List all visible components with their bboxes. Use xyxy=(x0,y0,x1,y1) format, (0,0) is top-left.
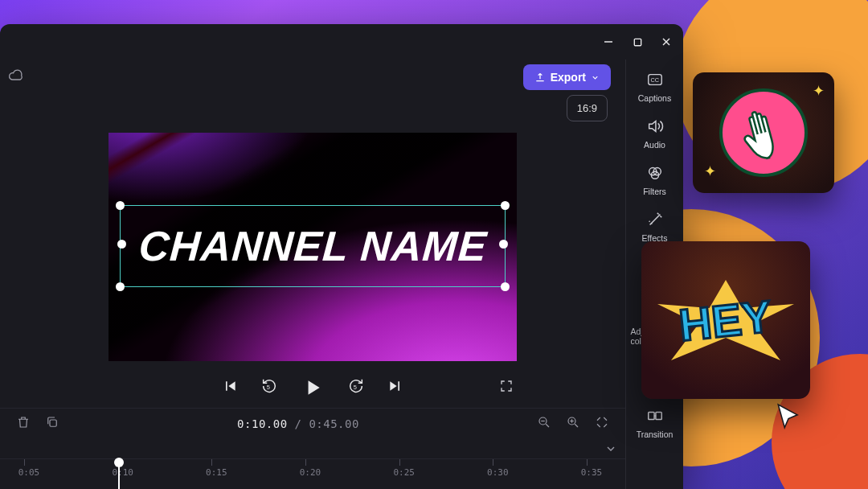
side-panel-filters[interactable]: Filters xyxy=(631,159,679,201)
cc-icon: CC xyxy=(646,71,664,90)
titlebar xyxy=(0,24,683,60)
export-button-label: Export xyxy=(551,71,586,84)
editor-topbar: Export xyxy=(0,60,625,95)
svg-text:CC: CC xyxy=(650,76,659,84)
preview-canvas[interactable]: CHANNEL NAME xyxy=(108,133,517,361)
svg-rect-1 xyxy=(634,39,641,45)
svg-line-13 xyxy=(575,425,578,428)
timecode: 0:10.00 / 0:45.00 xyxy=(237,417,359,430)
side-panel-label: Captions xyxy=(638,93,671,103)
rewind-5-icon[interactable]: 5 xyxy=(260,377,278,398)
title-text[interactable]: CHANNEL NAME xyxy=(137,222,488,270)
transition-icon xyxy=(646,407,664,426)
zoom-in-icon[interactable] xyxy=(566,415,580,433)
zoom-out-icon[interactable] xyxy=(537,415,551,433)
forward-5-icon[interactable]: 5 xyxy=(347,377,365,398)
svg-line-9 xyxy=(546,425,549,428)
resize-handle-l[interactable] xyxy=(117,240,126,249)
skip-start-icon[interactable] xyxy=(222,378,238,397)
sparkle-icon: ✦ xyxy=(813,82,825,100)
collapse-timeline-icon[interactable] xyxy=(604,442,617,458)
svg-rect-22 xyxy=(648,412,653,419)
resize-handle-tr[interactable] xyxy=(501,201,510,210)
side-panel-label: Filters xyxy=(643,187,666,196)
svg-text:5: 5 xyxy=(354,384,357,391)
window-minimize-button[interactable] xyxy=(603,36,614,47)
play-button[interactable] xyxy=(301,376,325,400)
upload-icon xyxy=(534,72,546,83)
sticker-thumbnail-hey[interactable]: HEY xyxy=(641,241,810,399)
ruler-tick-label: 0:10 xyxy=(110,467,136,478)
resize-handle-bl[interactable] xyxy=(116,282,125,291)
sparkle-icon: ✦ xyxy=(704,162,716,180)
sticker-thumbnail-hand[interactable]: ✦ ✦ xyxy=(693,72,834,193)
resize-handle-r[interactable] xyxy=(499,240,508,249)
svg-rect-6 xyxy=(50,420,56,426)
ruler-tick-label: 0:05 xyxy=(16,467,42,478)
chevron-down-icon xyxy=(591,73,600,82)
app-window: Export 16:9 CHANNEL NAME xyxy=(0,24,683,489)
duplicate-icon[interactable] xyxy=(45,415,59,433)
resize-handle-tl[interactable] xyxy=(116,201,125,210)
ruler-tick-label: 0:35 xyxy=(579,467,604,478)
hand-icon xyxy=(730,99,797,166)
side-panel-label: Audio xyxy=(644,140,665,150)
text-selection-box[interactable]: CHANNEL NAME xyxy=(120,205,506,287)
ruler-tick-label: 0:25 xyxy=(391,467,417,478)
svg-rect-23 xyxy=(655,412,661,419)
svg-text:5: 5 xyxy=(267,384,270,391)
ruler-tick-label: 0:15 xyxy=(203,467,229,478)
aspect-ratio-label: 16:9 xyxy=(577,102,597,114)
timecode-current: 0:10.00 xyxy=(237,417,288,430)
cursor-icon xyxy=(773,402,804,433)
transport-controls: 5 5 xyxy=(108,361,517,408)
cloud-sync-icon[interactable] xyxy=(8,68,24,87)
filters-icon xyxy=(646,164,664,183)
timeline-ruler[interactable]: 0:050:100:150:200:250:300:35 xyxy=(0,458,625,489)
window-maximize-button[interactable] xyxy=(632,36,643,47)
fullscreen-icon[interactable] xyxy=(499,379,514,397)
playhead[interactable] xyxy=(118,459,120,489)
effects-icon xyxy=(646,211,664,230)
skip-end-icon[interactable] xyxy=(387,378,403,397)
timeline-toolbar: 0:10.00 / 0:45.00 xyxy=(0,408,625,439)
aspect-ratio-button[interactable]: 16:9 xyxy=(567,95,608,121)
timecode-duration: 0:45.00 xyxy=(309,417,359,430)
side-panel-transition[interactable]: Transition xyxy=(631,402,679,444)
side-panel-cc[interactable]: CCCaptions xyxy=(631,66,679,108)
window-close-button[interactable] xyxy=(661,36,672,47)
side-panel-label: Transition xyxy=(637,429,674,439)
trash-icon[interactable] xyxy=(16,415,31,433)
ruler-tick-label: 0:30 xyxy=(485,467,510,478)
ruler-tick-label: 0:20 xyxy=(297,467,323,478)
side-panel-audio[interactable]: Audio xyxy=(631,113,679,154)
export-button[interactable]: Export xyxy=(523,64,611,90)
audio-icon xyxy=(646,117,664,137)
hey-sticker-text: HEY xyxy=(677,290,774,351)
zoom-fit-icon[interactable] xyxy=(595,415,609,433)
hand-sticker-graphic xyxy=(719,88,808,177)
resize-handle-br[interactable] xyxy=(501,282,510,291)
